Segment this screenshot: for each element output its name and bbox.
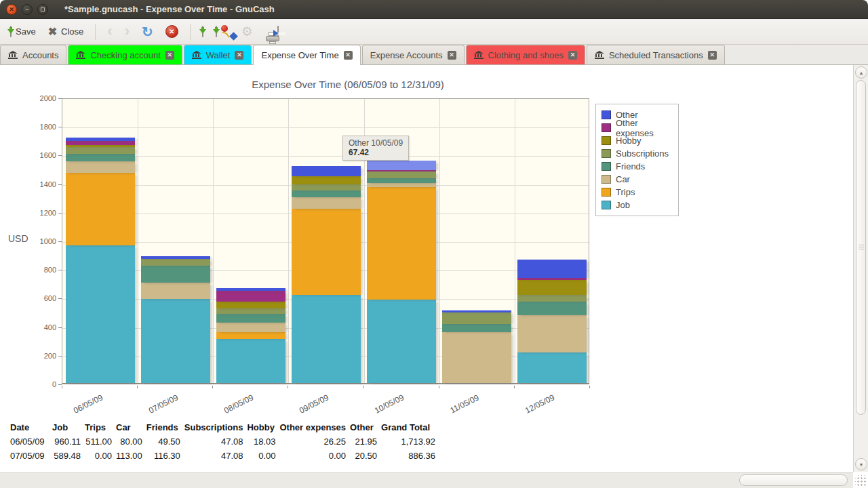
bar-segment-other-expenses[interactable] [216, 291, 285, 302]
save-report-button[interactable] [197, 24, 208, 39]
window-minimize-icon[interactable]: − [22, 4, 33, 15]
bar-segment-other[interactable] [141, 256, 210, 259]
table-header-date: Date [10, 420, 52, 434]
bank-icon [595, 51, 604, 59]
table-cell: 116.30 [146, 449, 184, 463]
tab-label: Expense Accounts [370, 50, 443, 60]
bar-segment-job[interactable] [66, 245, 135, 383]
tab-close-icon[interactable]: ✕ [568, 51, 577, 60]
bar-segment-subscriptions[interactable] [66, 147, 135, 154]
legend-swatch [601, 188, 611, 197]
window-close-icon[interactable]: ✕ [6, 4, 17, 15]
bar-segment-car[interactable] [216, 323, 285, 332]
reload-icon: ↻ [142, 25, 153, 39]
bar-segment-friends[interactable] [442, 324, 511, 332]
bar-segment-job[interactable] [216, 339, 285, 383]
bar-segment-friends[interactable] [141, 266, 210, 283]
bar-segment-car[interactable] [66, 161, 135, 173]
bar-segment-other[interactable] [292, 166, 361, 176]
bar-segment-car[interactable] [367, 183, 436, 187]
table-cell: 886.36 [381, 449, 439, 463]
tab-close-icon[interactable]: ✕ [344, 51, 353, 60]
bar-segment-car[interactable] [517, 315, 587, 352]
bar-segment-hobby[interactable] [292, 176, 361, 184]
report-content: Expense Over Time (06/05/09 to 12/31/09)… [0, 65, 868, 488]
bar-segment-other[interactable] [442, 310, 511, 312]
bar-segment-subscriptions[interactable] [367, 171, 436, 178]
bar-segment-friends[interactable] [367, 178, 436, 183]
export-button[interactable] [211, 24, 222, 39]
bar-segment-friends[interactable] [517, 302, 587, 315]
y-tick-label: 0 [32, 380, 56, 388]
horizontal-scroll-thumb[interactable] [739, 474, 848, 486]
table-cell: 47.08 [184, 449, 248, 463]
y-tick-mark [58, 327, 62, 328]
tab-close-icon[interactable]: ✕ [235, 51, 243, 60]
legend-item-job: Job [601, 199, 673, 211]
bar-segment-hobby[interactable] [517, 280, 587, 295]
bar-segment-subscriptions[interactable] [216, 308, 285, 314]
tab-close-icon[interactable]: ✕ [165, 51, 174, 60]
settings-button[interactable]: ⚙ [237, 22, 258, 41]
bar-segment-subscriptions[interactable] [141, 259, 210, 266]
bar-segment-subscriptions[interactable] [292, 184, 361, 190]
tab-expense-accounts[interactable]: Expense Accounts✕ [362, 45, 465, 64]
horizontal-scrollbar[interactable] [0, 472, 853, 488]
scroll-up-icon[interactable]: ▲ [855, 66, 867, 79]
toolbar: Save✖Close‹›↻✕⚙PDF [0, 19, 868, 45]
tab-wallet[interactable]: Wallet✕ [184, 45, 252, 64]
stop-button[interactable]: ✕ [161, 22, 183, 41]
back-button[interactable]: ‹ [102, 22, 117, 41]
bar-segment-other-expenses[interactable] [367, 170, 436, 171]
bar-segment-subscriptions[interactable] [517, 295, 587, 302]
bar-segment-car[interactable] [141, 283, 210, 299]
toolbar-separator [190, 24, 191, 40]
bar-segment-friends[interactable] [216, 314, 285, 323]
print-button[interactable] [260, 29, 270, 35]
bar-segment-friends[interactable] [66, 154, 135, 161]
resize-grip[interactable] [855, 475, 867, 487]
scroll-down-icon[interactable]: ▼ [855, 458, 867, 470]
tab-checking-account[interactable]: Checking account✕ [68, 45, 182, 64]
bar-segment-hobby[interactable] [216, 302, 285, 308]
bar-segment-trips[interactable] [216, 332, 285, 339]
reload-button[interactable]: ↻ [137, 22, 158, 41]
bar-segment-trips[interactable] [66, 173, 135, 246]
tab-accounts[interactable]: Accounts [0, 45, 66, 64]
bar-segment-job[interactable] [367, 300, 436, 383]
forward-button[interactable]: › [120, 22, 134, 41]
vertical-scroll-thumb[interactable] [856, 80, 866, 415]
tab-expense-over-time[interactable]: Expense Over Time✕ [253, 45, 360, 65]
tab-label: Scheduled Transactions [609, 50, 703, 60]
x-tick-label: 06/05/09 [60, 386, 116, 422]
bar-segment-subscriptions[interactable] [442, 312, 511, 324]
bar-segment-other[interactable] [66, 138, 135, 141]
bar-segment-hobby[interactable] [66, 145, 135, 148]
tab-close-icon[interactable]: ✕ [448, 51, 456, 60]
save-button[interactable]: Save [5, 24, 41, 39]
bar-segment-job[interactable] [141, 299, 210, 383]
tab-clothing-and-shoes[interactable]: Clothing and shoes✕ [466, 45, 585, 64]
bar-segment-car[interactable] [292, 197, 361, 209]
bar-segment-other-expenses[interactable] [517, 278, 587, 280]
tab-close-icon[interactable]: ✕ [708, 51, 717, 60]
report-options-button[interactable] [224, 29, 234, 35]
close-button[interactable]: ✖Close [43, 22, 89, 41]
table-header-other-expenses: Other expenses [279, 420, 350, 434]
bar-segment-trips[interactable] [292, 209, 361, 295]
vertical-scrollbar[interactable]: ▲ ▼ [853, 65, 868, 472]
window-maximize-icon[interactable] [37, 4, 48, 15]
table-cell: 1,713.92 [381, 434, 439, 449]
bar-segment-job[interactable] [292, 295, 361, 383]
chart-title: Expense Over Time (06/05/09 to 12/31/09) [0, 79, 696, 90]
bar-segment-other[interactable] [517, 260, 587, 278]
bar-segment-trips[interactable] [367, 187, 436, 300]
bar-segment-car[interactable] [442, 332, 511, 383]
tab-scheduled-transactions[interactable]: Scheduled Transactions✕ [587, 45, 725, 64]
bank-icon [8, 51, 18, 59]
bar-segment-job[interactable] [517, 352, 587, 383]
bar-segment-friends[interactable] [292, 190, 361, 197]
y-tick-label: 1000 [32, 237, 56, 245]
bar-segment-other-expenses[interactable] [66, 141, 135, 145]
bar-segment-other[interactable] [216, 288, 285, 291]
